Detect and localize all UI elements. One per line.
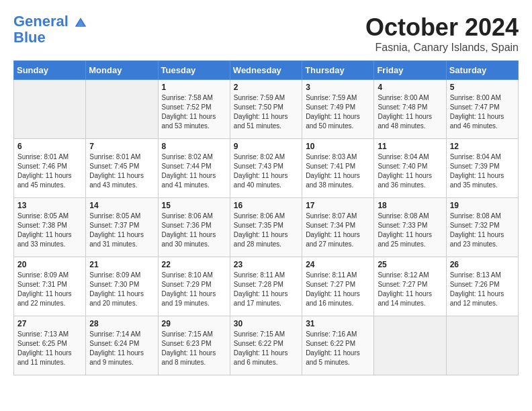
day-number: 24 (306, 260, 370, 269)
logo: General Blue (13, 13, 87, 46)
day-info: Sunrise: 8:00 AMSunset: 7:47 PMDaylight:… (450, 93, 515, 131)
location-subtitle: Fasnia, Canary Islands, Spain (365, 42, 519, 54)
day-number: 21 (89, 260, 154, 269)
day-info: Sunrise: 8:04 AMSunset: 7:39 PMDaylight:… (450, 152, 515, 190)
day-number: 8 (162, 142, 226, 151)
weekday-header-sunday: Sunday (14, 61, 86, 80)
day-number: 22 (162, 260, 226, 269)
calendar-week-3: 13Sunrise: 8:05 AMSunset: 7:38 PMDayligh… (14, 198, 519, 257)
calendar-cell: 29Sunrise: 7:15 AMSunset: 6:23 PMDayligh… (158, 316, 230, 375)
day-info: Sunrise: 8:04 AMSunset: 7:40 PMDaylight:… (378, 152, 442, 190)
day-number: 27 (17, 319, 82, 328)
calendar-week-4: 20Sunrise: 8:09 AMSunset: 7:31 PMDayligh… (14, 257, 519, 316)
calendar-cell: 10Sunrise: 8:03 AMSunset: 7:41 PMDayligh… (302, 139, 374, 198)
weekday-header-tuesday: Tuesday (158, 61, 230, 80)
day-number: 14 (89, 201, 154, 210)
calendar-cell: 16Sunrise: 8:06 AMSunset: 7:35 PMDayligh… (230, 198, 302, 257)
day-number: 7 (89, 142, 154, 151)
day-info: Sunrise: 8:03 AMSunset: 7:41 PMDaylight:… (306, 152, 370, 190)
calendar-cell: 28Sunrise: 7:14 AMSunset: 6:24 PMDayligh… (86, 316, 158, 375)
day-info: Sunrise: 8:06 AMSunset: 7:36 PMDaylight:… (162, 212, 226, 249)
day-info: Sunrise: 7:59 AMSunset: 7:49 PMDaylight:… (306, 93, 370, 131)
calendar-cell: 19Sunrise: 8:08 AMSunset: 7:32 PMDayligh… (446, 198, 518, 257)
calendar-cell: 11Sunrise: 8:04 AMSunset: 7:40 PMDayligh… (374, 139, 446, 198)
day-info: Sunrise: 7:58 AMSunset: 7:52 PMDaylight:… (162, 93, 226, 131)
weekday-header-thursday: Thursday (302, 61, 374, 80)
weekday-header-wednesday: Wednesday (230, 61, 302, 80)
day-number: 28 (89, 319, 154, 328)
weekday-header-monday: Monday (86, 61, 158, 80)
day-number: 5 (450, 83, 515, 92)
day-number: 4 (378, 83, 442, 92)
day-number: 17 (306, 201, 370, 210)
calendar-cell: 14Sunrise: 8:05 AMSunset: 7:37 PMDayligh… (86, 198, 158, 257)
calendar-cell (14, 80, 86, 139)
weekday-header-saturday: Saturday (446, 61, 518, 80)
calendar-cell: 24Sunrise: 8:11 AMSunset: 7:27 PMDayligh… (302, 257, 374, 316)
day-number: 1 (162, 83, 226, 92)
day-info: Sunrise: 8:05 AMSunset: 7:38 PMDaylight:… (17, 212, 82, 249)
day-info: Sunrise: 8:09 AMSunset: 7:31 PMDaylight:… (17, 271, 82, 308)
calendar-body: 1Sunrise: 7:58 AMSunset: 7:52 PMDaylight… (14, 80, 519, 375)
day-info: Sunrise: 8:02 AMSunset: 7:44 PMDaylight:… (162, 152, 226, 190)
day-number: 6 (17, 142, 82, 151)
calendar-cell: 9Sunrise: 8:02 AMSunset: 7:43 PMDaylight… (230, 139, 302, 198)
day-info: Sunrise: 8:05 AMSunset: 7:37 PMDaylight:… (89, 212, 154, 249)
calendar-cell: 27Sunrise: 7:13 AMSunset: 6:25 PMDayligh… (14, 316, 86, 375)
day-info: Sunrise: 8:11 AMSunset: 7:28 PMDaylight:… (234, 271, 298, 308)
day-info: Sunrise: 7:16 AMSunset: 6:22 PMDaylight:… (306, 330, 370, 367)
day-number: 3 (306, 83, 370, 92)
calendar-table: SundayMondayTuesdayWednesdayThursdayFrid… (13, 60, 519, 375)
calendar-cell: 7Sunrise: 8:01 AMSunset: 7:45 PMDaylight… (86, 139, 158, 198)
day-number: 2 (234, 83, 298, 92)
day-info: Sunrise: 8:06 AMSunset: 7:35 PMDaylight:… (234, 212, 298, 249)
day-info: Sunrise: 8:09 AMSunset: 7:30 PMDaylight:… (89, 271, 154, 308)
weekday-header-friday: Friday (374, 61, 446, 80)
calendar-cell: 5Sunrise: 8:00 AMSunset: 7:47 PMDaylight… (446, 80, 518, 139)
day-info: Sunrise: 8:02 AMSunset: 7:43 PMDaylight:… (234, 152, 298, 190)
day-info: Sunrise: 8:00 AMSunset: 7:48 PMDaylight:… (378, 93, 442, 131)
calendar-cell: 4Sunrise: 8:00 AMSunset: 7:48 PMDaylight… (374, 80, 446, 139)
day-number: 10 (306, 142, 370, 151)
calendar-header-row: SundayMondayTuesdayWednesdayThursdayFrid… (14, 61, 519, 80)
day-number: 25 (378, 260, 442, 269)
day-number: 11 (378, 142, 442, 151)
day-number: 16 (234, 201, 298, 210)
day-info: Sunrise: 8:07 AMSunset: 7:34 PMDaylight:… (306, 212, 370, 249)
calendar-week-2: 6Sunrise: 8:01 AMSunset: 7:46 PMDaylight… (14, 139, 519, 198)
calendar-cell: 31Sunrise: 7:16 AMSunset: 6:22 PMDayligh… (302, 316, 374, 375)
day-info: Sunrise: 8:08 AMSunset: 7:33 PMDaylight:… (378, 212, 442, 249)
calendar-cell: 2Sunrise: 7:59 AMSunset: 7:50 PMDaylight… (230, 80, 302, 139)
logo-blue: Blue (13, 30, 87, 46)
day-number: 13 (17, 201, 82, 210)
calendar-cell: 23Sunrise: 8:11 AMSunset: 7:28 PMDayligh… (230, 257, 302, 316)
day-info: Sunrise: 8:13 AMSunset: 7:26 PMDaylight:… (450, 271, 515, 308)
calendar-cell: 25Sunrise: 8:12 AMSunset: 7:27 PMDayligh… (374, 257, 446, 316)
day-info: Sunrise: 8:11 AMSunset: 7:27 PMDaylight:… (306, 271, 370, 308)
calendar-cell (86, 80, 158, 139)
day-info: Sunrise: 8:08 AMSunset: 7:32 PMDaylight:… (450, 212, 515, 249)
day-info: Sunrise: 8:10 AMSunset: 7:29 PMDaylight:… (162, 271, 226, 308)
month-title: October 2024 (365, 13, 519, 42)
day-info: Sunrise: 8:01 AMSunset: 7:45 PMDaylight:… (89, 152, 154, 190)
calendar-cell: 6Sunrise: 8:01 AMSunset: 7:46 PMDaylight… (14, 139, 86, 198)
page-header: General Blue October 2024 Fasnia, Canary… (13, 13, 519, 54)
day-number: 26 (450, 260, 515, 269)
calendar-cell (374, 316, 446, 375)
logo-text: General (13, 13, 87, 30)
day-number: 19 (450, 201, 515, 210)
calendar-cell: 12Sunrise: 8:04 AMSunset: 7:39 PMDayligh… (446, 139, 518, 198)
calendar-cell: 13Sunrise: 8:05 AMSunset: 7:38 PMDayligh… (14, 198, 86, 257)
calendar-cell: 26Sunrise: 8:13 AMSunset: 7:26 PMDayligh… (446, 257, 518, 316)
day-info: Sunrise: 8:12 AMSunset: 7:27 PMDaylight:… (378, 271, 442, 308)
calendar-week-5: 27Sunrise: 7:13 AMSunset: 6:25 PMDayligh… (14, 316, 519, 375)
day-info: Sunrise: 8:01 AMSunset: 7:46 PMDaylight:… (17, 152, 82, 190)
day-info: Sunrise: 7:15 AMSunset: 6:23 PMDaylight:… (162, 330, 226, 367)
calendar-cell (446, 316, 518, 375)
day-number: 18 (378, 201, 442, 210)
calendar-cell: 22Sunrise: 8:10 AMSunset: 7:29 PMDayligh… (158, 257, 230, 316)
calendar-cell: 8Sunrise: 8:02 AMSunset: 7:44 PMDaylight… (158, 139, 230, 198)
calendar-week-1: 1Sunrise: 7:58 AMSunset: 7:52 PMDaylight… (14, 80, 519, 139)
day-number: 23 (234, 260, 298, 269)
title-area: October 2024 Fasnia, Canary Islands, Spa… (365, 13, 519, 54)
